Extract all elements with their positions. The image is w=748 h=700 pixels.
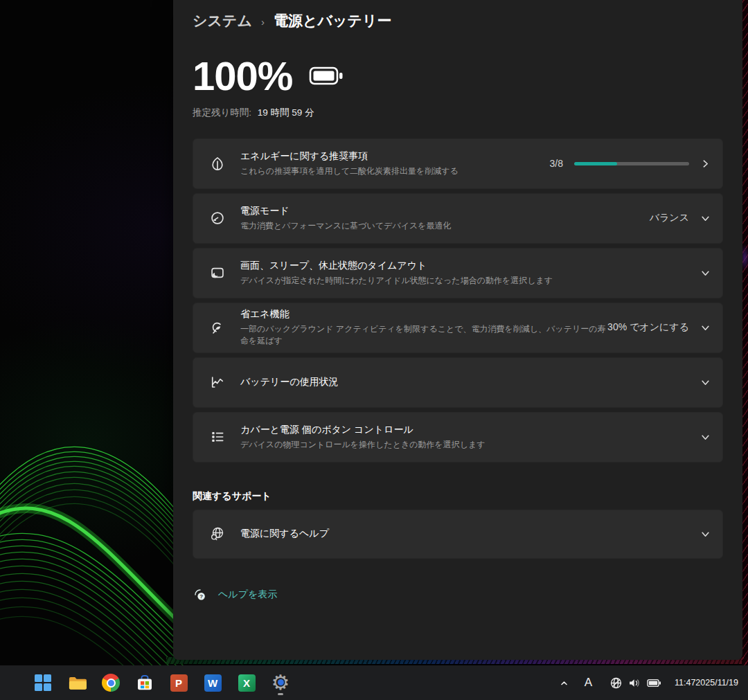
card-power-mode[interactable]: 電源モード 電力消費とパフォーマンスに基づいてデバイスを最適化 バランス — [193, 193, 723, 244]
chevron-down-icon — [700, 530, 710, 539]
card-lid-power-buttons[interactable]: カバーと電源 個のボタン コントロール デバイスの物理コントロールを操作したとき… — [193, 412, 723, 463]
taskbar-app-icons: P W X ⚙ — [29, 665, 294, 700]
breadcrumb-system[interactable]: システム — [193, 11, 252, 30]
chevron-down-icon — [700, 214, 710, 223]
card-title: 電源モード — [240, 205, 650, 217]
windows-logo-icon — [35, 674, 51, 691]
card-title: 画面、スリープ、休止状態のタイムアウト — [240, 260, 700, 272]
folder-icon — [68, 675, 87, 691]
settings-button[interactable]: ⚙ — [267, 669, 294, 697]
microsoft-store-button[interactable] — [131, 669, 159, 697]
system-tray-button[interactable] — [603, 669, 668, 697]
store-icon — [136, 674, 154, 692]
clock-time: 11:47 — [675, 677, 695, 688]
card-title: 省エネ機能 — [240, 308, 607, 321]
chevron-down-icon — [700, 433, 710, 442]
word-button[interactable]: W — [199, 669, 226, 697]
breadcrumb-separator-icon: › — [261, 16, 265, 28]
chevron-down-icon — [700, 323, 710, 332]
volume-icon — [628, 677, 641, 689]
settings-cards: エネルギーに関する推奨事項 これらの推奨事項を適用して二酸化炭素排出量を削減する… — [193, 138, 723, 463]
wallpaper-green-waves — [0, 405, 187, 668]
get-help-icon: ? — [193, 587, 208, 602]
show-help-label[interactable]: ヘルプを表示 — [218, 589, 277, 601]
powerpoint-button[interactable]: P — [165, 669, 193, 697]
card-title: 電源に関するヘルプ — [240, 528, 700, 540]
card-screen-sleep-timeouts[interactable]: 画面、スリープ、休止状態のタイムアウト デバイスが指定された時間にわたりアイドル… — [193, 248, 723, 298]
page-title: 電源とバッテリー — [274, 11, 391, 30]
settings-window: システム › 電源とバッテリー 100% 推定残り時間: 19 時間 59 分 … — [173, 0, 742, 660]
card-energy-saver[interactable]: 省エネ機能 一部のバックグラウンド アクティビティを制限することで、電力消費を削… — [193, 303, 723, 353]
estimate-value: 19 時間 59 分 — [258, 107, 314, 118]
chrome-button[interactable] — [97, 669, 125, 697]
related-support-heading: 関連するサポート — [193, 490, 723, 503]
show-help-link[interactable]: ? ヘルプを表示 — [193, 587, 723, 602]
screen-sleep-icon — [210, 265, 225, 280]
powerpoint-letter: P — [175, 677, 182, 689]
energy-progress-fill — [574, 162, 617, 165]
globe-offline-icon — [609, 676, 623, 690]
chevron-right-icon — [700, 159, 710, 168]
usage-chart-icon — [210, 375, 225, 390]
controls-list-icon — [210, 429, 225, 445]
power-mode-value[interactable]: バランス — [650, 212, 689, 224]
settings-gear-icon: ⚙ — [270, 672, 291, 693]
svg-text:?: ? — [199, 593, 203, 600]
card-energy-recommendations[interactable]: エネルギーに関する推奨事項 これらの推奨事項を適用して二酸化炭素排出量を削減する… — [193, 138, 723, 189]
battery-percent: 100% — [193, 54, 292, 98]
card-subtitle: デバイスが指定された時間にわたりアイドル状態になった場合の動作を選択します — [240, 275, 700, 287]
card-subtitle: 一部のバックグラウンド アクティビティを制限することで、電力消費を削減し、バッテ… — [240, 323, 607, 347]
battery-saver-icon — [210, 320, 225, 335]
battery-full-icon — [309, 66, 344, 85]
ime-mode-button[interactable]: A — [573, 669, 603, 697]
breadcrumb: システム › 電源とバッテリー — [173, 0, 742, 30]
active-app-indicator — [278, 693, 283, 695]
chevron-down-icon — [700, 269, 710, 278]
energy-saver-value[interactable]: 30% でオンにする — [607, 321, 689, 334]
chevron-down-icon — [700, 378, 710, 387]
estimate-label: 推定残り時間: — [193, 107, 251, 118]
battery-tray-icon — [647, 677, 661, 689]
clock-button[interactable]: 11:47 2025/11/19 — [668, 669, 742, 697]
globe-search-icon — [210, 526, 225, 541]
taskbar-tray: A 11:47 20 — [555, 665, 742, 700]
battery-hero: 100% — [193, 54, 723, 98]
gauge-icon — [210, 210, 225, 226]
excel-icon: X — [238, 674, 256, 692]
card-subtitle: これらの推奨事項を適用して二酸化炭素排出量を削減する — [240, 165, 550, 177]
powerpoint-icon: P — [170, 674, 188, 692]
excel-letter: X — [243, 677, 250, 689]
tray-chevron-button[interactable] — [555, 669, 573, 697]
card-title: エネルギーに関する推奨事項 — [240, 150, 550, 163]
card-subtitle: デバイスの物理コントロールを操作したときの動作を選択します — [240, 439, 700, 451]
card-battery-usage[interactable]: バッテリーの使用状況 — [193, 357, 723, 408]
taskbar: P W X ⚙ A — [0, 665, 748, 700]
card-subtitle: 電力消費とパフォーマンスに基づいてデバイスを最適化 — [240, 220, 650, 232]
card-title: カバーと電源 個のボタン コントロール — [240, 424, 700, 436]
leaf-icon — [210, 156, 225, 171]
word-letter: W — [208, 677, 217, 689]
card-power-help[interactable]: 電源に関するヘルプ — [193, 510, 723, 559]
card-title: バッテリーの使用状況 — [240, 376, 700, 388]
start-button[interactable] — [29, 669, 57, 697]
clock-date: 2025/11/19 — [695, 677, 738, 688]
chrome-icon — [102, 674, 120, 692]
excel-button[interactable]: X — [233, 669, 260, 697]
energy-progress-count: 3/8 — [550, 158, 563, 169]
file-explorer-button[interactable] — [63, 669, 91, 697]
chevron-up-icon — [560, 679, 569, 687]
ime-indicator: A — [578, 676, 598, 690]
battery-estimate: 推定残り時間: 19 時間 59 分 — [193, 107, 723, 119]
wallpaper-right-edge — [742, 0, 748, 700]
energy-progress-bar — [574, 162, 689, 165]
word-icon: W — [204, 674, 222, 692]
